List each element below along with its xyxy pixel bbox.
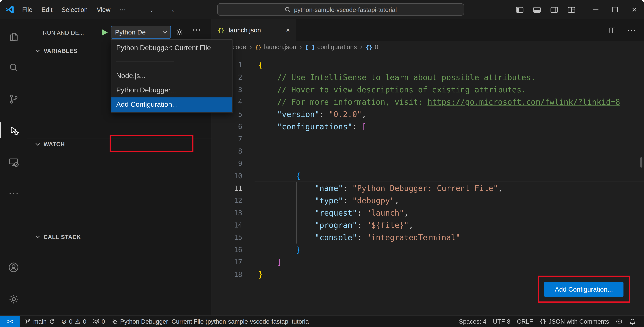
breadcrumb-label: configurations: [317, 44, 357, 51]
line-number-14[interactable]: 14: [212, 219, 242, 231]
menu-item-python-debugger-current-file[interactable]: Python Debugger: Current File: [111, 40, 232, 55]
close-button[interactable]: ×: [624, 0, 644, 20]
accounts-icon[interactable]: [0, 256, 27, 279]
tab-close-icon[interactable]: ×: [286, 26, 290, 34]
line-number-9[interactable]: 9: [212, 157, 242, 170]
code-line-8[interactable]: [258, 145, 644, 157]
code-line-1[interactable]: {: [258, 59, 644, 71]
menu-file[interactable]: File: [18, 4, 37, 16]
code-line-9[interactable]: [258, 157, 644, 170]
menu-selection[interactable]: Selection: [57, 4, 92, 16]
eol-item[interactable]: CRLF: [514, 316, 536, 327]
settings-gear-icon[interactable]: [0, 288, 27, 310]
code-line-13[interactable]: "request": "launch",: [258, 207, 644, 219]
menu-view[interactable]: View: [92, 4, 115, 16]
line-number-11[interactable]: 11: [212, 182, 242, 194]
code-line-16[interactable]: }: [258, 244, 644, 256]
indentation-item[interactable]: Spaces: 4: [456, 316, 490, 327]
search-icon: [284, 6, 291, 12]
line-number-18[interactable]: 18: [212, 268, 242, 280]
customize-layout-icon[interactable]: [568, 6, 576, 13]
notifications-item[interactable]: [626, 316, 639, 327]
warning-count: 0: [83, 318, 86, 325]
code-line-15[interactable]: "console": "integratedTerminal": [258, 231, 644, 244]
menu-item-add-configuration[interactable]: Add Configuration...: [111, 97, 232, 112]
open-launch-json-gear-icon[interactable]: [175, 28, 184, 36]
breadcrumb-0[interactable]: {}0: [366, 44, 378, 51]
split-editor-icon[interactable]: [608, 27, 616, 33]
search-view-icon[interactable]: [0, 56, 27, 79]
code-line-17[interactable]: ]: [258, 256, 644, 268]
code-line-3[interactable]: // Hover to view descriptions of existin…: [258, 83, 644, 96]
bug-icon: [112, 318, 118, 324]
start-debugging-button[interactable]: [99, 28, 109, 38]
source-control-icon[interactable]: [0, 88, 27, 110]
menu-item-python-debugger[interactable]: Python Debugger...: [111, 83, 232, 97]
menu-item-node-js[interactable]: Node.js...: [111, 68, 232, 83]
line-number-17[interactable]: 17: [212, 256, 242, 268]
line-number-16[interactable]: 16: [212, 244, 242, 256]
tab-launch-json[interactable]: {} launch.json ×: [212, 20, 296, 41]
line-number-10[interactable]: 10: [212, 170, 242, 182]
code-line-5[interactable]: "version": "0.2.0",: [258, 108, 644, 120]
back-arrow-icon[interactable]: ←: [149, 5, 158, 14]
line-number-7[interactable]: 7: [212, 133, 242, 145]
json-file-icon: {}: [218, 27, 224, 33]
debug-config-item[interactable]: Python Debugger: Current File (python-sa…: [108, 316, 312, 327]
toggle-sidebar-icon[interactable]: [516, 6, 524, 13]
watch-header[interactable]: WATCH: [27, 138, 212, 150]
branch-item[interactable]: main: [22, 316, 58, 327]
error-count: 0: [69, 318, 72, 325]
line-number-13[interactable]: 13: [212, 207, 242, 219]
code-line-6[interactable]: "configurations": [: [258, 120, 644, 133]
titlebar-right: ×: [516, 0, 644, 20]
code-line-2[interactable]: // Use IntelliSense to learn about possi…: [258, 71, 644, 83]
toggle-secondary-sidebar-icon[interactable]: [550, 6, 558, 13]
warning-icon: ⚠: [75, 318, 80, 324]
code-line-10[interactable]: {: [258, 170, 644, 182]
scrollbar-thumb[interactable]: [640, 157, 642, 168]
explorer-icon[interactable]: [0, 25, 27, 48]
tab-bar: {} launch.json × ⋯: [212, 20, 644, 41]
code-line-7[interactable]: [258, 133, 644, 145]
command-center-search[interactable]: python-sample-vscode-fastapi-tutorial: [217, 3, 464, 16]
panel-more-actions[interactable]: ⋯: [192, 24, 201, 35]
ports-item[interactable]: 0: [90, 316, 108, 327]
minimize-icon: [593, 9, 598, 10]
encoding-item[interactable]: UTF-8: [490, 316, 514, 327]
call-stack-header[interactable]: CALL STACK: [27, 231, 212, 243]
code-area[interactable]: 123456789101112131415161718 { // Use Int…: [212, 54, 644, 316]
code-line-4[interactable]: // For more information, visit: https://…: [258, 96, 644, 108]
language-mode-item[interactable]: {} JSON with Comments: [536, 316, 612, 327]
chevron-down-icon: [36, 142, 40, 146]
line-number-6[interactable]: 6: [212, 120, 242, 133]
line-number-8[interactable]: 8: [212, 145, 242, 157]
run-and-debug-icon[interactable]: [0, 119, 27, 142]
breadcrumb-code[interactable]: code: [232, 44, 246, 51]
forward-arrow-icon[interactable]: →: [167, 5, 176, 14]
line-number-15[interactable]: 15: [212, 231, 242, 244]
breadcrumb-configurations[interactable]: [ ]configurations: [305, 44, 357, 51]
code-line-11[interactable]: "name": "Python Debugger: Current File",: [258, 182, 644, 194]
additional-views-icon[interactable]: ⋯: [0, 182, 27, 204]
problems-item[interactable]: ⊘ 0 ⚠ 0: [58, 316, 90, 327]
debug-configuration-picker[interactable]: Python De: [111, 26, 171, 38]
remote-indicator[interactable]: ><: [0, 316, 20, 327]
breadcrumb-launch-json[interactable]: {}launch.json: [255, 44, 296, 51]
code-line-12[interactable]: "type": "debugpy",: [258, 194, 644, 207]
code-line-14[interactable]: "program": "${file}",: [258, 219, 644, 231]
menu-more[interactable]: ⋯: [115, 4, 130, 16]
indentation-label: Spaces: 4: [459, 318, 486, 325]
breadcrumb-separator-icon: ›: [300, 43, 302, 51]
copilot-item[interactable]: [612, 316, 626, 327]
minimize-button[interactable]: [586, 0, 606, 20]
maximize-button[interactable]: [606, 0, 625, 20]
remote-explorer-icon[interactable]: [0, 151, 27, 174]
toggle-panel-icon[interactable]: [533, 6, 541, 13]
panel-title: RUN AND DE...: [43, 30, 84, 36]
code-line-18[interactable]: }: [258, 268, 644, 280]
menu-edit[interactable]: Edit: [37, 4, 57, 16]
line-number-12[interactable]: 12: [212, 194, 242, 207]
editor-more-actions[interactable]: ⋯: [627, 25, 636, 36]
add-configuration-button[interactable]: Add Configuration...: [544, 282, 623, 297]
